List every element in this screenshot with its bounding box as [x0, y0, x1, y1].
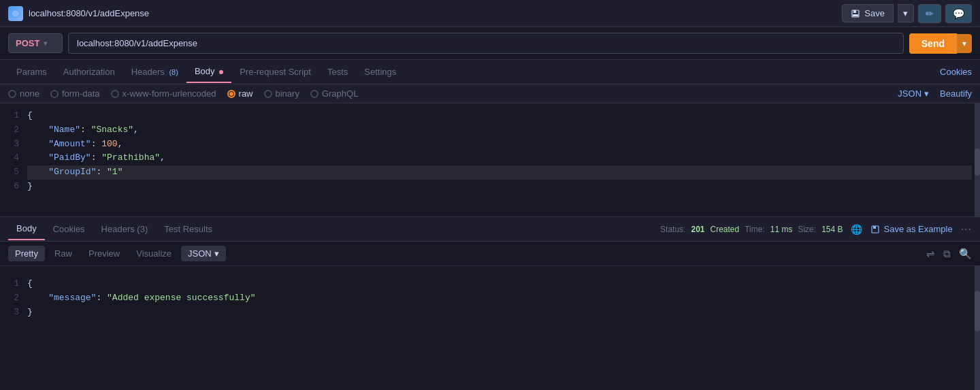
radio-none[interactable] — [8, 90, 16, 98]
response-tab-body[interactable]: Body — [8, 218, 45, 240]
response-format-tabs: Pretty Raw Preview Visualize JSON ▾ ⇌ ⧉ … — [0, 242, 980, 266]
format-tab-raw[interactable]: Raw — [48, 246, 79, 261]
json-type-selector[interactable]: JSON ▾ — [898, 88, 929, 99]
code-line-4: "PaidBy": "Prathibha", — [27, 151, 972, 165]
format-tab-visualize[interactable]: Visualize — [129, 246, 178, 261]
url-input[interactable] — [68, 33, 904, 54]
json-chevron-icon: ▾ — [924, 88, 929, 99]
option-raw[interactable]: raw — [227, 88, 253, 99]
status-info: Status: 201 Created Time: 11 ms Size: 15… — [660, 225, 843, 234]
response-status-bar: Status: 201 Created Time: 11 ms Size: 15… — [660, 223, 972, 235]
status-label: Created — [710, 225, 739, 234]
request-body-editor[interactable]: 1 2 3 4 5 6 { "Name": "Snacks", "Amount"… — [0, 103, 980, 217]
method-label: POST — [16, 38, 39, 48]
response-scrollbar[interactable] — [975, 266, 980, 390]
tab-body[interactable]: Body — [186, 61, 231, 83]
radio-raw[interactable] — [227, 90, 235, 98]
resp-line-2: "message": "Added expense successfully" — [27, 291, 972, 306]
format-tab-preview[interactable]: Preview — [82, 246, 127, 261]
radio-form-data[interactable] — [50, 90, 59, 98]
save-icon — [851, 9, 860, 18]
search-response-icon[interactable]: 🔍 — [959, 248, 972, 260]
response-format-selector[interactable]: JSON ▾ — [181, 246, 226, 261]
tab-params[interactable]: Params — [8, 61, 55, 82]
response-code-content: { "message": "Added expense successfully… — [27, 277, 980, 319]
response-scrollbar-thumb[interactable] — [975, 291, 980, 331]
format-chevron-icon: ▾ — [214, 248, 219, 259]
code-line-5: "GroupId": "1" — [27, 165, 972, 180]
option-graphql[interactable]: GraphQL — [310, 88, 358, 99]
code-line-6: } — [27, 180, 972, 194]
comment-button[interactable]: 💬 — [945, 4, 972, 23]
resp-line-1: { — [27, 277, 972, 291]
title-url: localhost:8080/v1/addExpense — [29, 8, 149, 18]
status-prefix: Status: — [660, 225, 685, 234]
request-tabs-row: Params Authorization Headers (8) Body Pr… — [0, 60, 980, 84]
svg-rect-1 — [853, 10, 856, 13]
option-form-data[interactable]: form-data — [50, 88, 100, 99]
format-action-icons: ⇌ — [926, 248, 935, 260]
method-chevron-icon: ▾ — [44, 39, 47, 47]
save-dropdown-button[interactable]: ▾ — [898, 4, 914, 22]
send-dropdown-button[interactable]: ▾ — [957, 34, 972, 53]
comment-icon: 💬 — [953, 8, 964, 19]
resp-line-3: } — [27, 306, 972, 320]
request-code-content: { "Name": "Snacks", "Amount": 100, "Paid… — [27, 109, 980, 194]
save-as-example-button[interactable]: Save as Example — [870, 224, 952, 234]
save-button[interactable]: Save — [842, 4, 894, 22]
status-size: 154 B — [821, 225, 843, 234]
response-tab-headers[interactable]: Headers (3) — [93, 218, 157, 240]
response-tab-cookies[interactable]: Cookies — [45, 218, 93, 240]
option-none[interactable]: none — [8, 88, 39, 99]
response-line-numbers: 1 2 3 — [0, 277, 27, 319]
wrap-lines-icon[interactable]: ⇌ — [926, 248, 935, 260]
line-numbers: 1 2 3 4 5 6 — [0, 109, 27, 194]
svg-rect-4 — [873, 226, 876, 229]
edit-icon: ✏ — [926, 8, 934, 19]
app-icon — [8, 6, 23, 21]
body-options-row: none form-data x-www-form-urlencoded raw… — [0, 84, 980, 103]
editor-scrollbar[interactable] — [975, 103, 980, 216]
title-bar-left: localhost:8080/v1/addExpense — [8, 6, 149, 21]
tab-tests[interactable]: Tests — [319, 61, 356, 82]
radio-graphql[interactable] — [310, 90, 318, 98]
format-tab-pretty[interactable]: Pretty — [8, 246, 45, 261]
tab-settings[interactable]: Settings — [356, 61, 404, 82]
copy-icon[interactable]: ⧉ — [943, 248, 951, 260]
save-example-icon — [870, 225, 880, 234]
cookies-button[interactable]: Cookies — [940, 67, 972, 77]
body-tab-dot — [219, 70, 223, 74]
title-bar: localhost:8080/v1/addExpense Save ▾ ✏ 💬 — [0, 0, 980, 27]
option-binary[interactable]: binary — [264, 88, 299, 99]
code-line-2: "Name": "Snacks", — [27, 123, 972, 137]
svg-rect-2 — [853, 14, 858, 16]
editor-scrollbar-thumb[interactable] — [975, 148, 980, 176]
option-x-www-form-urlencoded[interactable]: x-www-form-urlencoded — [111, 88, 216, 99]
globe-icon: 🌐 — [851, 224, 862, 235]
code-line-3: "Amount": 100, — [27, 137, 972, 152]
response-tab-test-results[interactable]: Test Results — [156, 218, 220, 240]
title-bar-actions: Save ▾ ✏ 💬 — [842, 4, 972, 23]
url-bar: POST ▾ Send ▾ — [0, 27, 980, 60]
edit-button[interactable]: ✏ — [918, 4, 941, 23]
send-button[interactable]: Send — [909, 33, 957, 54]
radio-x-www[interactable] — [111, 90, 119, 98]
time-prefix: Time: — [745, 225, 765, 234]
tab-authorization[interactable]: Authorization — [55, 61, 123, 82]
tab-pre-request-script[interactable]: Pre-request Script — [231, 61, 319, 82]
status-code: 201 — [691, 225, 704, 234]
code-line-1: { — [27, 109, 972, 123]
response-body-editor[interactable]: 1 2 3 { "message": "Added expense succes… — [0, 266, 980, 390]
status-time: 11 ms — [770, 225, 793, 234]
beautify-button[interactable]: Beautify — [940, 88, 972, 99]
method-selector[interactable]: POST ▾ — [8, 33, 63, 53]
send-button-group: Send ▾ — [909, 33, 972, 54]
tab-headers[interactable]: Headers (8) — [123, 61, 186, 82]
response-tabs-row: Body Cookies Headers (3) Test Results St… — [0, 217, 980, 242]
more-options-button[interactable]: ··· — [961, 223, 972, 235]
size-prefix: Size: — [798, 225, 816, 234]
radio-binary[interactable] — [264, 90, 272, 98]
